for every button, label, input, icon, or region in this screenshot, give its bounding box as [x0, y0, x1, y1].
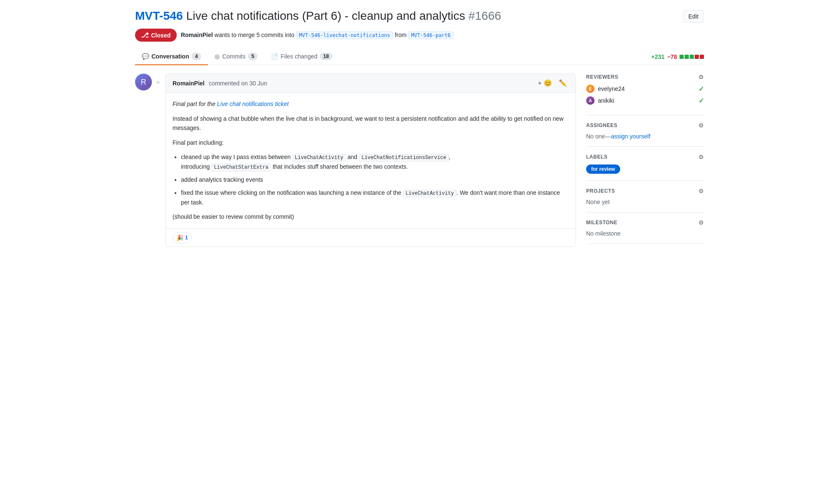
tab-files-changed[interactable]: 📄 Files changed 18	[264, 48, 339, 65]
tab-commits[interactable]: ◎ Commits 5	[208, 48, 264, 65]
edit-button[interactable]: Edit	[683, 10, 704, 23]
closed-badge-text: Closed	[151, 32, 171, 39]
code-livechatnotificationsservice: LiveChatNotificationsService	[359, 154, 449, 162]
commits-icon: ◎	[215, 53, 220, 60]
tab-commits-label: Commits	[222, 53, 245, 60]
labels-header: Labels ⚙	[586, 154, 704, 160]
projects-title: Projects	[586, 188, 615, 194]
assignees-gear-icon[interactable]: ⚙	[698, 122, 704, 129]
reviewer-check-evelyne: ✓	[698, 85, 704, 93]
tab-files-label: Files changed	[281, 53, 317, 60]
reviewer-avatar-evelyne: E	[586, 85, 595, 93]
projects-header: Projects ⚙	[586, 188, 704, 194]
comment-list: cleaned up the way I pass extras between…	[181, 152, 569, 207]
diff-block-5	[700, 55, 704, 59]
reviewer-row-anikiki: A anikiki ✓	[586, 96, 704, 105]
pr-author: RomainPiel	[181, 32, 213, 38]
add-emoji-button[interactable]: + 😊	[536, 78, 554, 88]
list-item-1: cleaned up the way I pass extras between…	[181, 152, 569, 172]
files-count: 18	[320, 53, 332, 60]
reviewers-header: Reviewers ⚙	[586, 74, 704, 80]
comment-footer: 🎉 1	[166, 228, 576, 247]
pr-header: MVT-546 Live chat notifications (Part 6)…	[135, 8, 704, 24]
milestone-header: Milestone ⚙	[586, 219, 704, 226]
tab-conversation[interactable]: 💬 Conversation 4	[135, 48, 208, 65]
commits-count: 5	[248, 53, 258, 60]
edit-comment-button[interactable]: ✏️	[557, 78, 569, 88]
base-branch[interactable]: MVT-546-livechat-notifications	[296, 32, 393, 39]
code-livechatactivity-2: LiveChatActivity	[403, 190, 457, 197]
diff-block-4	[695, 55, 699, 59]
reviewers-gear-icon[interactable]: ⚙	[698, 74, 704, 80]
merge-icon: ⎇	[141, 31, 149, 39]
reviewers-title: Reviewers	[586, 74, 619, 80]
comment-actions: + 😊 ✏️	[536, 78, 569, 88]
diff-block-2	[685, 55, 689, 59]
comment-para-2: Instead of showing a chat bubble when th…	[173, 114, 569, 133]
deletions-count: −78	[667, 53, 677, 60]
arrow-connector: ▸	[157, 78, 160, 86]
avatar-col: R	[135, 74, 152, 90]
list-item-2: added analytics tracking events	[181, 175, 569, 184]
label-for-review[interactable]: for review	[586, 164, 620, 174]
list-item-3: fixed the issue where clicking on the no…	[181, 188, 569, 207]
pr-number: #1666	[468, 9, 501, 22]
tabs-bar: 💬 Conversation 4 ◎ Commits 5 📄 Files cha…	[135, 48, 704, 65]
labels-title: Labels	[586, 154, 608, 160]
assign-yourself-link[interactable]: assign yourself	[611, 133, 650, 140]
reaction-emoji: 🎉	[176, 234, 183, 241]
additions-count: +231	[651, 53, 665, 60]
pr-meta-text: RomainPiel wants to merge 5 commits into…	[181, 32, 454, 39]
diff-block-1	[680, 55, 684, 59]
comment-body: Final part for the Live chat notificatio…	[166, 93, 576, 228]
comment-thread: R ▸ RomainPiel commented on 30 Jun + 😊 ✏…	[135, 74, 576, 247]
tab-conversation-label: Conversation	[151, 53, 189, 60]
code-livechatstartextra: LiveChatStartExtra	[211, 164, 271, 171]
reviewer-row-evelyne: E evelyne24 ✓	[586, 85, 704, 93]
comment-footer-note: (should be easier to review commit by co…	[173, 212, 569, 221]
pr-title: MVT-546 Live chat notifications (Part 6)…	[135, 8, 676, 24]
milestone-gear-icon[interactable]: ⚙	[698, 219, 704, 226]
live-chat-link[interactable]: Live chat notifications ticket	[217, 101, 289, 107]
comment-header: RomainPiel commented on 30 Jun + 😊 ✏️	[166, 74, 576, 93]
projects-gear-icon[interactable]: ⚙	[698, 188, 704, 194]
pr-status-bar: ⎇ Closed RomainPiel wants to merge 5 com…	[135, 29, 704, 42]
pr-from-text: from	[395, 32, 406, 38]
projects-value: None yet	[586, 199, 610, 205]
files-icon: 📄	[271, 53, 278, 60]
reviewer-name-anikiki[interactable]: anikiki	[598, 97, 695, 104]
closed-badge: ⎇ Closed	[135, 29, 177, 42]
reviewer-name-evelyne[interactable]: evelyne24	[598, 85, 695, 92]
comment-para-1: Final part for the Live chat notificatio…	[173, 99, 569, 109]
sidebar: Reviewers ⚙ E evelyne24 ✓ A anikiki ✓ As…	[586, 74, 704, 247]
avatar: R	[135, 74, 152, 90]
pr-title-main: Live chat notifications (Part 6) - clean…	[186, 9, 465, 22]
comment-italic-1: Final part for the Live chat notificatio…	[173, 101, 289, 107]
main-content: R ▸ RomainPiel commented on 30 Jun + 😊 ✏…	[135, 74, 576, 247]
conversation-count: 4	[191, 53, 201, 60]
comment-author[interactable]: RomainPiel	[173, 80, 204, 87]
comment-date: commented on 30 Jun	[209, 80, 267, 87]
sidebar-milestone-section: Milestone ⚙ No milestone	[586, 212, 704, 244]
milestone-value: No milestone	[586, 230, 621, 237]
reaction-count: 1	[185, 235, 188, 241]
sidebar-projects-section: Projects ⚙ None yet	[586, 181, 704, 212]
conversation-icon: 💬	[142, 53, 149, 60]
milestone-title: Milestone	[586, 220, 617, 225]
sidebar-reviewers-section: Reviewers ⚙ E evelyne24 ✓ A anikiki ✓	[586, 74, 704, 115]
head-branch[interactable]: MVT-546-part6	[408, 32, 454, 39]
diff-block-3	[690, 55, 694, 59]
comment-box: RomainPiel commented on 30 Jun + 😊 ✏️ Fi…	[165, 74, 576, 247]
assignees-title: Assignees	[586, 122, 618, 128]
diff-stats: +231 −78	[651, 50, 704, 64]
labels-gear-icon[interactable]: ⚙	[698, 154, 704, 160]
sidebar-assignees-section: Assignees ⚙ No one—assign yourself	[586, 115, 704, 147]
main-layout: R ▸ RomainPiel commented on 30 Jun + 😊 ✏…	[135, 74, 704, 247]
assignees-header: Assignees ⚙	[586, 122, 704, 129]
sidebar-labels-section: Labels ⚙ for review	[586, 147, 704, 181]
comment-para-3: Final part including:	[173, 138, 569, 147]
diff-blocks	[680, 55, 704, 59]
code-livechatactivity: LiveChatActivity	[292, 154, 346, 162]
pr-title-mvt-link[interactable]: MVT-546	[135, 9, 183, 22]
reaction-party[interactable]: 🎉 1	[173, 232, 192, 243]
